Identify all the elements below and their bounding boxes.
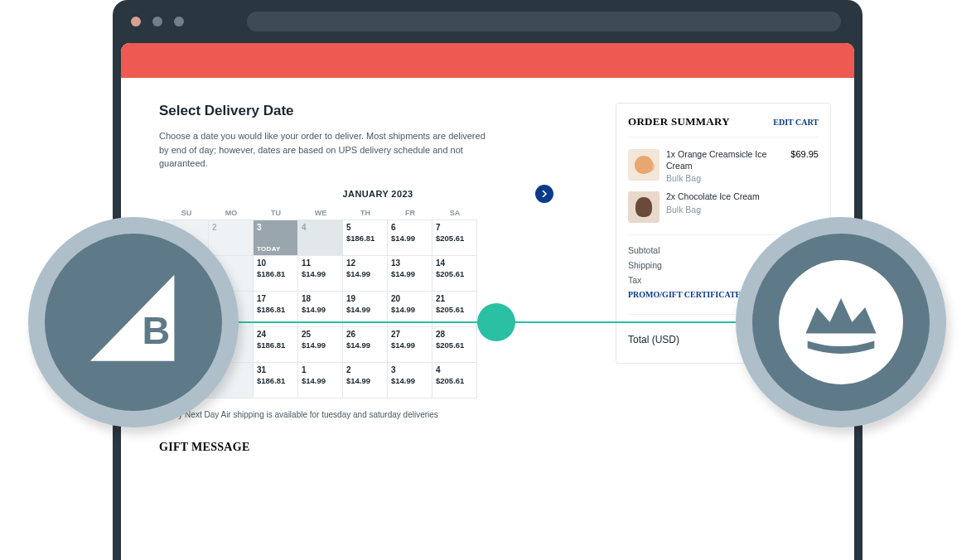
- calendar-day[interactable]: 2$14.99: [342, 362, 388, 398]
- bigcommerce-logo-icon: B: [80, 268, 187, 376]
- day-number: 18: [302, 294, 339, 303]
- calendar-next-month-button[interactable]: [535, 185, 553, 203]
- day-price: $186.81: [346, 234, 374, 243]
- day-price: $14.99: [302, 340, 326, 350]
- partner-badge: [736, 217, 946, 427]
- calendar-dow: WE: [298, 204, 343, 220]
- calendar-dow: MO: [209, 204, 254, 220]
- day-price: $186.81: [257, 340, 285, 350]
- calendar-day[interactable]: 5$186.81: [342, 220, 388, 256]
- day-price: $14.99: [346, 376, 370, 385]
- site-header-bar: [121, 43, 854, 78]
- calendar-day: 2: [208, 220, 254, 256]
- calendar-day[interactable]: 11$14.99: [297, 255, 343, 292]
- item-variant: Bulk Bag: [666, 173, 784, 183]
- page-description: Choose a date you would like your order …: [159, 129, 490, 171]
- window-max-dot[interactable]: [174, 17, 184, 27]
- day-number: 21: [436, 294, 473, 303]
- day-number: 27: [391, 330, 428, 339]
- day-number: 14: [436, 258, 473, 268]
- day-number: 10: [257, 258, 294, 268]
- day-number: 24: [257, 330, 294, 339]
- day-number: 1: [302, 365, 339, 374]
- calendar-dow: TU: [254, 204, 298, 220]
- address-bar[interactable]: [247, 12, 841, 31]
- calendar-day[interactable]: 26$14.99: [342, 326, 388, 363]
- day-price: $14.99: [391, 269, 415, 278]
- calendar-dow: SU: [164, 204, 209, 220]
- day-price: $186.81: [257, 269, 285, 278]
- day-number: 5: [346, 223, 384, 232]
- edit-cart-link[interactable]: Edit Cart: [773, 118, 819, 127]
- calendar-day[interactable]: 3$14.99: [387, 362, 432, 398]
- calendar-day[interactable]: 31$186.81: [253, 362, 298, 398]
- ice-cream-icon: [635, 197, 652, 217]
- day-number: 25: [302, 330, 339, 339]
- calendar-header: JANUARY 2023: [212, 189, 544, 199]
- day-price: $14.99: [391, 340, 415, 350]
- calendar-day[interactable]: 10$186.81: [253, 255, 298, 292]
- order-summary-title: Order Summary: [628, 115, 730, 128]
- day-number: 26: [346, 330, 384, 339]
- gift-message-heading: Gift Message: [159, 441, 582, 454]
- bigcommerce-badge: B: [28, 217, 239, 427]
- day-number: 20: [391, 294, 428, 303]
- calendar-day[interactable]: 1$14.99: [297, 362, 343, 398]
- calendar-day[interactable]: 12$14.99: [342, 255, 388, 292]
- day-number: 17: [257, 294, 294, 303]
- item-name: 1x Orange Creamsicle Ice Cream: [666, 149, 784, 171]
- day-number: 19: [346, 294, 384, 303]
- day-price: $14.99: [302, 269, 326, 278]
- cart-item: 1x Orange Creamsicle Ice Cream Bulk Bag …: [628, 149, 819, 183]
- calendar-day[interactable]: 4$205.61: [432, 362, 477, 398]
- day-number: 4: [302, 223, 339, 232]
- calendar-day[interactable]: 27$14.99: [387, 326, 432, 363]
- item-thumbnail: [628, 149, 660, 181]
- day-price: $205.61: [436, 340, 464, 350]
- day-price: $186.81: [257, 305, 285, 314]
- integration-node: [477, 303, 515, 341]
- day-price: $14.99: [391, 305, 415, 314]
- calendar-dow: SA: [432, 204, 477, 220]
- day-number: 12: [346, 258, 384, 268]
- day-price: $205.61: [436, 376, 464, 385]
- calendar-dow: TH: [343, 204, 388, 220]
- calendar-day[interactable]: 7$205.61: [432, 220, 477, 256]
- day-price: $205.61: [436, 305, 464, 314]
- day-number: 3: [391, 365, 428, 374]
- day-number: 31: [257, 365, 294, 374]
- calendar-day: 4: [297, 220, 343, 256]
- day-price: $186.81: [257, 376, 285, 385]
- calendar-day[interactable]: 28$205.61: [432, 326, 477, 363]
- cart-item: 2x Chocolate Ice Cream Bulk Bag: [628, 191, 819, 223]
- day-number: 3: [257, 223, 294, 232]
- svg-text:B: B: [142, 309, 170, 352]
- calendar-day[interactable]: 24$186.81: [253, 326, 298, 363]
- window-min-dot[interactable]: [152, 17, 162, 27]
- day-number: 2: [346, 365, 384, 374]
- item-variant: Bulk Bag: [666, 205, 812, 215]
- calendar-day[interactable]: 13$14.99: [387, 255, 432, 292]
- chevron-right-icon: [541, 191, 548, 197]
- day-price: $14.99: [302, 376, 326, 385]
- calendar-month-label: JANUARY 2023: [343, 189, 413, 199]
- day-number: 28: [436, 330, 473, 339]
- calendar-day[interactable]: 6$14.99: [387, 220, 432, 256]
- day-price: $205.61: [436, 234, 464, 243]
- today-label: TODAY: [257, 245, 281, 253]
- calendar-day[interactable]: 25$14.99: [297, 326, 343, 363]
- calendar-dow: FR: [388, 204, 432, 220]
- calendar-day[interactable]: 14$205.61: [432, 255, 477, 292]
- window-close-dot[interactable]: [131, 17, 141, 27]
- day-price: $14.99: [346, 269, 370, 278]
- crown-logo-icon: [795, 276, 887, 369]
- day-number: 4: [436, 365, 473, 374]
- day-number: 2: [212, 223, 249, 232]
- day-price: $14.99: [391, 234, 415, 243]
- browser-titlebar: [113, 0, 862, 43]
- day-number: 6: [391, 223, 428, 232]
- day-number: 13: [391, 258, 428, 268]
- ice-cream-icon: [635, 156, 653, 174]
- total-label: Total (USD): [628, 334, 679, 345]
- window-controls: [131, 17, 184, 27]
